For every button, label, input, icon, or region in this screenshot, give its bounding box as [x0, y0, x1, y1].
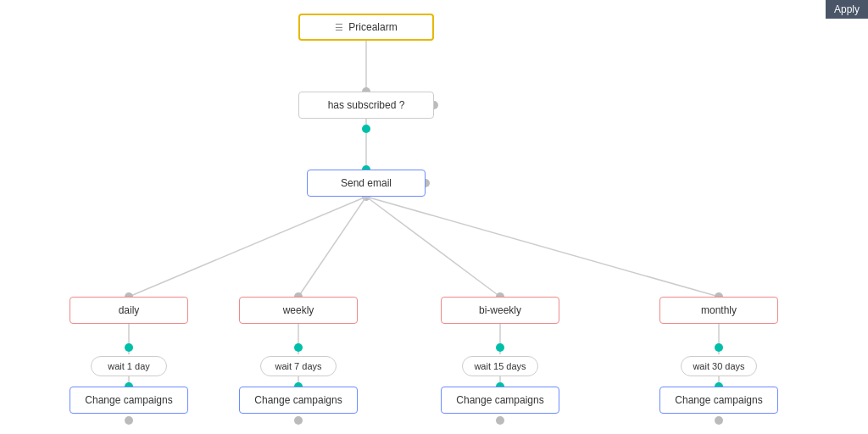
condition-node[interactable]: has subscribed ?: [298, 92, 434, 119]
svg-line-7: [298, 197, 366, 297]
apply-button[interactable]: Apply: [826, 0, 868, 19]
wait-node-daily[interactable]: wait 1 day: [91, 356, 167, 376]
branch-node-weekly[interactable]: weekly: [239, 297, 358, 324]
condition-node-label: has subscribed ?: [328, 99, 405, 111]
svg-point-15: [125, 343, 133, 352]
wait-label-daily: wait 1 day: [108, 361, 150, 371]
svg-point-3: [362, 125, 370, 133]
svg-line-6: [129, 197, 366, 297]
change-label-daily: Change campaigns: [85, 394, 172, 406]
svg-line-8: [366, 197, 500, 297]
change-node-daily[interactable]: Change campaigns: [70, 387, 188, 414]
wait-node-weekly[interactable]: wait 7 days: [260, 356, 337, 376]
change-label-biweekly: Change campaigns: [456, 394, 543, 406]
branch-node-daily[interactable]: daily: [70, 297, 188, 324]
action-node[interactable]: Send email: [307, 170, 426, 197]
branch-node-biweekly[interactable]: bi-weekly: [441, 297, 559, 324]
change-node-biweekly[interactable]: Change campaigns: [441, 387, 559, 414]
branch-label-daily: daily: [119, 304, 140, 316]
change-label-weekly: Change campaigns: [254, 394, 342, 406]
svg-point-25: [496, 343, 504, 352]
list-icon: ☰: [335, 22, 343, 33]
start-node-label: Pricealarm: [348, 21, 397, 33]
start-node[interactable]: ☰ Pricealarm: [298, 14, 434, 41]
branch-node-monthly[interactable]: monthly: [659, 297, 778, 324]
svg-point-23: [294, 416, 303, 425]
branch-label-weekly: weekly: [283, 304, 314, 316]
svg-point-18: [125, 416, 133, 425]
svg-point-28: [496, 416, 504, 425]
svg-point-33: [715, 416, 723, 425]
svg-point-20: [294, 343, 303, 352]
wait-node-biweekly[interactable]: wait 15 days: [462, 356, 538, 376]
wait-label-biweekly: wait 15 days: [474, 361, 526, 371]
change-node-monthly[interactable]: Change campaigns: [659, 387, 778, 414]
svg-line-9: [366, 197, 719, 297]
change-label-monthly: Change campaigns: [675, 394, 762, 406]
branch-label-biweekly: bi-weekly: [479, 304, 521, 316]
action-node-label: Send email: [341, 177, 392, 189]
change-node-weekly[interactable]: Change campaigns: [239, 387, 358, 414]
wait-label-monthly: wait 30 days: [693, 361, 744, 371]
wait-node-monthly[interactable]: wait 30 days: [681, 356, 757, 376]
branch-label-monthly: monthly: [701, 304, 737, 316]
svg-point-30: [715, 343, 723, 352]
wait-label-weekly: wait 7 days: [275, 361, 321, 371]
